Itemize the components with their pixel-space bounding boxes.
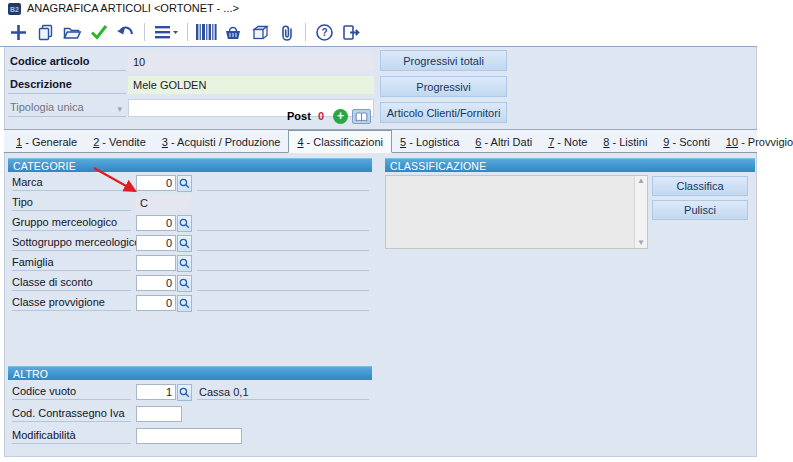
tipologia-unica-label: Tipologia unica — [10, 101, 84, 113]
scroll-down-icon[interactable]: ▼ — [637, 239, 645, 247]
articolo-clienti-fornitori-button[interactable]: Articolo Clienti/Fornitori — [380, 102, 507, 123]
add-post-button[interactable]: + — [333, 109, 348, 124]
exit-button[interactable] — [339, 20, 363, 44]
toolbar: ? — [6, 19, 363, 45]
tab-label: - Logistica — [406, 136, 459, 148]
barcode-button[interactable] — [194, 20, 218, 44]
tipo-value: C — [136, 195, 191, 211]
pulisci-button[interactable]: Pulisci — [652, 200, 748, 220]
classe-provvigione-search-button[interactable] — [177, 295, 192, 312]
famiglia-input[interactable] — [136, 255, 176, 271]
tab-label: - Classificazioni — [304, 136, 383, 148]
famiglia-label: Famiglia — [12, 254, 131, 271]
menu-button[interactable] — [151, 20, 181, 44]
classe-provvigione-description-field[interactable] — [197, 295, 369, 311]
progressivi-totali-button[interactable]: Progressivi totali — [380, 50, 507, 71]
modificabilita-label: Modificabilità — [12, 427, 131, 444]
classe-di-sconto-description-field[interactable] — [197, 275, 369, 291]
cod-contrassegno-iva-label: Cod. Contrassegno Iva — [12, 405, 131, 422]
classifica-button[interactable]: Classifica — [652, 176, 748, 196]
codice-vuoto-input[interactable]: 1 — [136, 384, 176, 400]
help-icon: ? — [315, 23, 334, 42]
chevron-down-icon[interactable]: ▾ — [117, 101, 122, 118]
sottogruppo-merceologico-label: Sottogruppo merceologico — [12, 234, 131, 251]
tab-acquisti-produzione[interactable]: 3 - Acquisti / Produzione — [154, 132, 289, 152]
classe-provvigione-input[interactable]: 0 — [136, 295, 176, 311]
package-button[interactable] — [248, 20, 272, 44]
tab-sconti[interactable]: 9 - Sconti — [655, 132, 717, 152]
search-icon — [179, 298, 190, 309]
tab-label: - Acquisti / Produzione — [168, 136, 281, 148]
marca-description-field[interactable] — [197, 175, 369, 191]
tab-label: - Generale — [22, 136, 77, 148]
tab-altri-dati[interactable]: 6 - Altri Dati — [467, 132, 540, 152]
app-window: B2 ANAGRAFICA ARTICOLI <ORTONET - ...> ?… — [0, 0, 793, 462]
classificazione-listbox[interactable]: ▲ ▼ — [385, 175, 648, 249]
classe-di-sconto-input[interactable]: 0 — [136, 275, 176, 291]
codice-vuoto-search-button[interactable] — [177, 384, 192, 401]
codice-articolo-value[interactable]: 10 — [128, 53, 374, 71]
progressivi-button[interactable]: Progressivi — [380, 76, 507, 97]
tipo-label: Tipo — [12, 194, 131, 211]
help-button[interactable]: ? — [312, 20, 336, 44]
categorie-header: CATEGORIE — [8, 158, 372, 172]
gruppo-merceologico-description-field[interactable] — [197, 215, 369, 231]
famiglia-description-field[interactable] — [197, 255, 369, 271]
classe-di-sconto-search-button[interactable] — [177, 275, 192, 292]
marca-label: Marca — [12, 174, 131, 191]
tab-note[interactable]: 7 - Note — [540, 132, 595, 152]
tab-logistica[interactable]: 5 - Logistica — [392, 132, 467, 152]
descrizione-value[interactable]: Mele GOLDEN — [128, 76, 374, 94]
modificabilita-input[interactable] — [136, 428, 242, 444]
listbox-scrollbar[interactable]: ▲ ▼ — [634, 176, 647, 248]
open-button[interactable] — [60, 20, 84, 44]
codice-articolo-label: Codice articolo — [8, 53, 126, 71]
tab-classificazioni[interactable]: 4 - Classificazioni — [288, 130, 392, 153]
attachment-button[interactable] — [275, 20, 299, 44]
tab-provvigioni[interactable]: 10 - Provvigioni — [718, 132, 793, 152]
gruppo-merceologico-input[interactable]: 0 — [136, 215, 176, 231]
famiglia-search-button[interactable] — [177, 255, 192, 272]
gruppo-merceologico-search-button[interactable] — [177, 215, 192, 232]
tab-number: 10 — [726, 136, 738, 148]
basket-button[interactable] — [221, 20, 245, 44]
paperclip-icon — [278, 23, 296, 42]
save-button[interactable] — [87, 20, 111, 44]
tab-generale[interactable]: 1 - Generale — [8, 132, 85, 152]
marca-search-button[interactable] — [177, 175, 192, 192]
classe-di-sconto-label: Classe di sconto — [12, 274, 131, 291]
copy-icon — [36, 23, 55, 42]
classe-provvigione-label: Classe provvigione — [12, 294, 131, 311]
copy-button[interactable] — [33, 20, 57, 44]
tab-label: - Altri Dati — [481, 136, 532, 148]
tab-vendite[interactable]: 2 - Vendite — [85, 132, 154, 152]
tipologia-unica-combo[interactable]: Tipologia unica ▾ — [8, 99, 126, 117]
tab-label: - Sconti — [669, 136, 709, 148]
open-folder-icon — [62, 23, 82, 42]
codice-vuoto-description: Cassa 0,1 — [199, 384, 249, 400]
tab-listini[interactable]: 8 - Listini — [595, 132, 655, 152]
title-bar: B2 ANAGRAFICA ARTICOLI <ORTONET - ...> — [0, 0, 793, 18]
toolbar-separator — [305, 23, 306, 41]
sottogruppo-merceologico-search-button[interactable] — [177, 235, 192, 252]
cod-contrassegno-iva-input[interactable] — [136, 406, 182, 422]
sottogruppo-merceologico-description-field[interactable] — [197, 235, 369, 251]
marca-input[interactable]: 0 — [136, 175, 176, 191]
sottogruppo-merceologico-input[interactable]: 0 — [136, 235, 176, 251]
undo-icon — [116, 23, 136, 41]
window-title: ANAGRAFICA ARTICOLI <ORTONET - ...> — [27, 2, 239, 14]
tab-label: - Provvigioni — [738, 136, 793, 148]
tab-label: - Vendite — [99, 136, 145, 148]
classificazione-header: CLASSIFICAZIONE — [385, 158, 755, 172]
scroll-up-icon[interactable]: ▲ — [637, 177, 645, 185]
undo-button[interactable] — [114, 20, 138, 44]
tab-label: - Listini — [609, 136, 647, 148]
post-count: 0 — [318, 110, 324, 122]
post-book-button[interactable] — [352, 109, 371, 124]
search-icon — [179, 238, 190, 249]
new-button[interactable] — [6, 20, 30, 44]
search-icon — [179, 387, 190, 398]
search-icon — [179, 218, 190, 229]
gruppo-merceologico-label: Gruppo merceologico — [12, 214, 131, 231]
exit-icon — [341, 23, 361, 42]
